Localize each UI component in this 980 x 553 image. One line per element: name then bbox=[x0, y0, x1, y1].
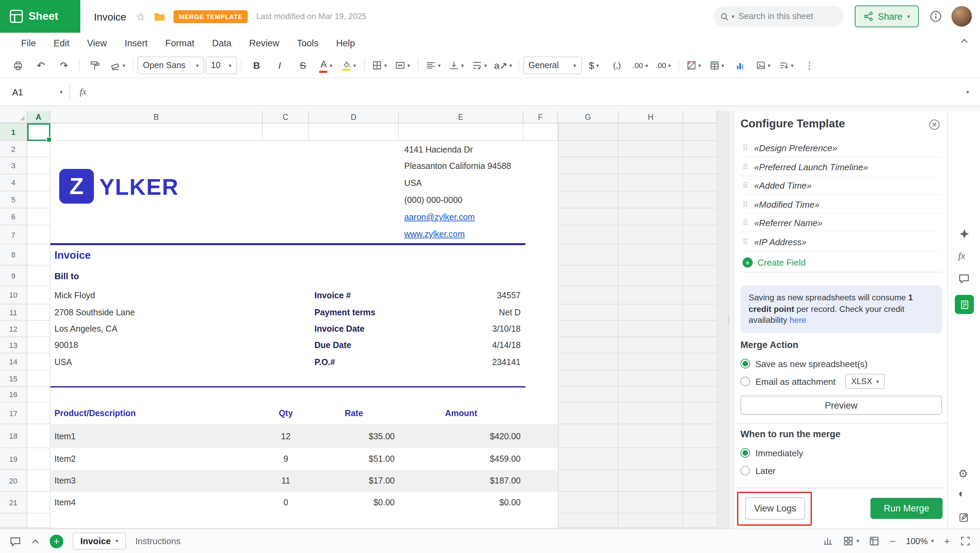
grid-cell[interactable] bbox=[309, 191, 399, 209]
grid-cell[interactable] bbox=[523, 174, 558, 191]
grid-cell[interactable] bbox=[619, 470, 683, 492]
chevron-down-icon[interactable]: ▾ bbox=[732, 13, 734, 19]
grid-cell[interactable] bbox=[523, 209, 558, 225]
column-header[interactable]: E bbox=[399, 111, 523, 123]
column-header[interactable]: F bbox=[523, 111, 558, 123]
grid-cell[interactable] bbox=[50, 513, 263, 528]
grid-cell[interactable] bbox=[619, 424, 683, 448]
row-header[interactable]: 19 bbox=[0, 448, 27, 470]
grid-cell[interactable] bbox=[558, 286, 619, 304]
grid-cell[interactable] bbox=[309, 225, 399, 244]
grid-cell[interactable] bbox=[558, 513, 619, 528]
grid-cell[interactable] bbox=[50, 225, 263, 244]
row-header[interactable]: 21 bbox=[0, 492, 27, 513]
row-header[interactable]: 17 bbox=[0, 403, 27, 424]
merge-field-item[interactable]: ⠿«Added Time» bbox=[740, 176, 942, 195]
grid-cell[interactable] bbox=[683, 286, 717, 304]
grid-cell[interactable] bbox=[558, 123, 619, 141]
customer-line[interactable]: USA bbox=[54, 354, 72, 370]
meta-label[interactable]: Due Date bbox=[314, 337, 351, 354]
select-all-corner[interactable] bbox=[0, 111, 27, 123]
grid-cell[interactable] bbox=[523, 424, 558, 448]
grid-cell[interactable] bbox=[523, 286, 558, 304]
column-header[interactable]: C bbox=[263, 111, 309, 123]
grid-cell[interactable] bbox=[523, 387, 558, 403]
insert-image-button[interactable]: ▾ bbox=[752, 57, 774, 74]
menu-file[interactable]: File bbox=[12, 38, 45, 48]
document-title[interactable]: Invoice bbox=[94, 11, 126, 22]
column-header[interactable]: B bbox=[50, 111, 263, 123]
number-format-select[interactable]: General▾ bbox=[523, 57, 582, 74]
row-header[interactable]: 4 bbox=[0, 174, 27, 191]
meta-label[interactable]: Invoice Date bbox=[314, 321, 364, 337]
grid-cell[interactable] bbox=[523, 123, 558, 141]
grid-cell[interactable] bbox=[558, 387, 619, 403]
drag-handle-icon[interactable]: ⠿ bbox=[743, 163, 748, 171]
grid-cell[interactable] bbox=[558, 157, 619, 174]
grid-cell[interactable] bbox=[619, 513, 683, 528]
grid-cell[interactable] bbox=[27, 321, 50, 337]
functions-icon[interactable]: fx bbox=[958, 251, 965, 261]
text-rotation-button[interactable]: a↗▾ bbox=[492, 57, 514, 74]
grid-cell[interactable] bbox=[50, 492, 263, 513]
company-address-line[interactable]: (000) 000-0000 bbox=[404, 192, 463, 209]
folder-icon[interactable] bbox=[154, 11, 165, 21]
grid-cell[interactable] bbox=[399, 266, 523, 286]
conditional-format-button[interactable]: ▾ bbox=[683, 57, 705, 74]
column-header[interactable]: G bbox=[558, 111, 619, 123]
grid-cell[interactable] bbox=[683, 370, 717, 387]
row-header[interactable]: 6 bbox=[0, 209, 27, 225]
merge-field-item[interactable]: ⠿«Design Preference» bbox=[740, 139, 942, 157]
grid-cell[interactable] bbox=[27, 157, 50, 174]
item-rate[interactable]: $17.00 bbox=[309, 470, 395, 492]
run-later-option[interactable]: Later bbox=[740, 463, 775, 478]
grid-cell[interactable] bbox=[309, 157, 399, 174]
grid-cell[interactable] bbox=[619, 387, 683, 403]
grid-cell[interactable] bbox=[683, 337, 717, 354]
menu-view[interactable]: View bbox=[78, 38, 116, 48]
grid-cell[interactable] bbox=[523, 337, 558, 354]
company-address-line[interactable]: Pleasanton California 94588 bbox=[404, 158, 511, 174]
item-name[interactable]: Item1 bbox=[54, 424, 76, 448]
merge-cells-button[interactable]: ▾ bbox=[392, 57, 414, 74]
menu-review[interactable]: Review bbox=[240, 38, 288, 48]
meta-value[interactable]: 34557 bbox=[399, 286, 520, 304]
row-header[interactable]: 2 bbox=[0, 141, 27, 157]
decrease-decimal-button[interactable]: .00▾ bbox=[629, 57, 651, 74]
grid-cell[interactable] bbox=[263, 141, 309, 157]
grid-cell[interactable] bbox=[558, 304, 619, 321]
radio-selected-icon[interactable] bbox=[740, 448, 750, 457]
grid-cell[interactable] bbox=[399, 387, 523, 403]
company-address-line[interactable]: USA bbox=[404, 175, 422, 191]
grid-cell[interactable] bbox=[50, 370, 263, 387]
grid-cell[interactable] bbox=[558, 321, 619, 337]
grid-cell[interactable] bbox=[50, 448, 263, 470]
row-header[interactable]: 10 bbox=[0, 286, 27, 304]
comments-icon[interactable] bbox=[958, 273, 970, 284]
grid-cell[interactable] bbox=[309, 513, 399, 528]
file-format-select[interactable]: XLSX▾ bbox=[845, 374, 885, 389]
grid-cell[interactable] bbox=[619, 354, 683, 370]
radio-unselected-icon[interactable] bbox=[740, 466, 750, 475]
zoom-out-button[interactable]: − bbox=[890, 535, 896, 547]
zoom-in-button[interactable]: + bbox=[944, 535, 950, 547]
search-input[interactable] bbox=[737, 11, 828, 22]
grid-cell[interactable] bbox=[309, 387, 399, 403]
comma-format-button[interactable]: (,) bbox=[606, 57, 628, 74]
column-header[interactable]: D bbox=[309, 111, 399, 123]
merge-field-item[interactable]: ⠿«Modified Time» bbox=[740, 196, 942, 214]
grid-cell[interactable] bbox=[27, 141, 50, 157]
grid-cell[interactable] bbox=[683, 157, 717, 174]
menu-format[interactable]: Format bbox=[156, 38, 204, 48]
grid-cell[interactable] bbox=[263, 337, 309, 354]
grid-cell[interactable] bbox=[683, 424, 717, 448]
customer-line[interactable]: 2708 Southside Lane bbox=[54, 304, 135, 321]
row-header[interactable]: 18 bbox=[0, 424, 27, 448]
grid-cell[interactable] bbox=[523, 492, 558, 513]
column-header[interactable]: A bbox=[27, 111, 50, 123]
table-header-cell[interactable]: Qty bbox=[263, 403, 309, 424]
zoom-level-select[interactable]: 100%▾ bbox=[906, 536, 934, 546]
grid-cell[interactable] bbox=[50, 209, 263, 225]
grid-cell[interactable] bbox=[619, 157, 683, 174]
grid-cell[interactable] bbox=[619, 174, 683, 191]
